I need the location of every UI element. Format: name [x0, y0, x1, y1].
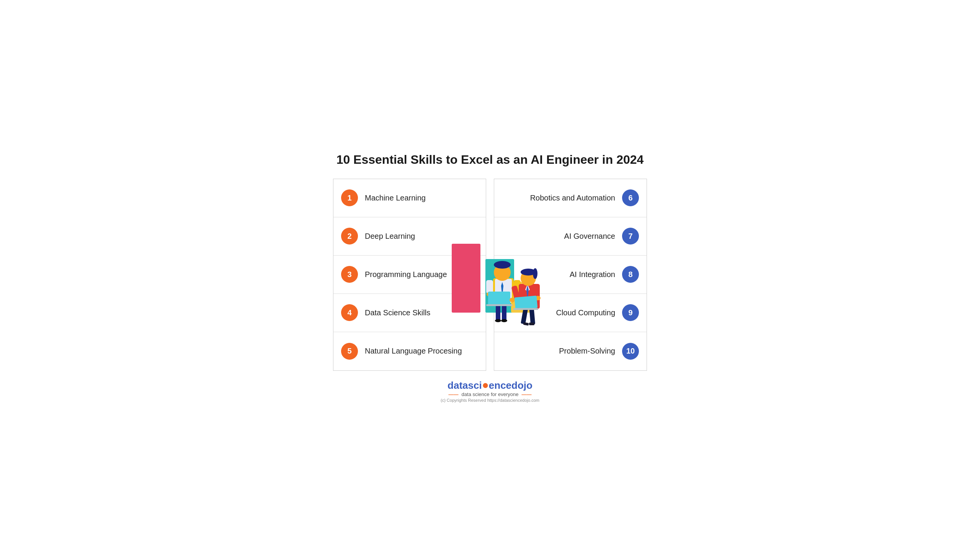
- skill-label-1: Machine Learning: [365, 194, 426, 202]
- svg-point-12: [487, 292, 493, 297]
- skill-row-left-5: 5 Natural Language Procesing: [333, 332, 486, 370]
- badge-3: 3: [341, 266, 358, 283]
- badge-6: 6: [622, 189, 639, 206]
- skill-row-right-9: Cloud Computing 9: [494, 294, 647, 332]
- skill-label-2: Deep Learning: [365, 232, 415, 241]
- skill-label-6: Robotics and Automation: [530, 194, 615, 202]
- skill-label-4: Data Science Skills: [365, 308, 430, 317]
- skill-row-right-8: AI Integration 8: [494, 256, 647, 294]
- footer-tagline: —— data science for everyone ——: [333, 391, 647, 397]
- badge-8: 8: [622, 266, 639, 283]
- badge-7: 7: [622, 228, 639, 245]
- skill-row-left-3: 3 Programming Language: [333, 256, 486, 294]
- skill-row-right-10: Problem-Solving 10: [494, 332, 647, 370]
- right-panel: Robotics and Automation 6 AI Governance …: [494, 179, 647, 371]
- svg-rect-10: [486, 280, 493, 293]
- skill-row-left-4: 4 Data Science Skills: [333, 294, 486, 332]
- skill-row-left-2: 2 Deep Learning: [333, 217, 486, 256]
- skill-label-9: Cloud Computing: [556, 308, 615, 317]
- main-container: 10 Essential Skills to Excel as an AI En…: [318, 141, 662, 410]
- content-area: 1 Machine Learning 2 Deep Learning 3 Pro…: [333, 179, 647, 371]
- badge-4: 4: [341, 304, 358, 321]
- skill-label-7: AI Governance: [564, 232, 615, 241]
- footer-copyright: (c) Copyrights Reserved https://datascie…: [333, 398, 647, 403]
- badge-10: 10: [622, 343, 639, 360]
- skill-label-3: Programming Language: [365, 270, 447, 279]
- badge-9: 9: [622, 304, 639, 321]
- badge-5: 5: [341, 343, 358, 360]
- left-panel: 1 Machine Learning 2 Deep Learning 3 Pro…: [333, 179, 486, 371]
- skill-label-10: Problem-Solving: [559, 347, 615, 355]
- skill-label-5: Natural Language Procesing: [365, 347, 462, 355]
- skill-row-left-1: 1 Machine Learning: [333, 179, 486, 217]
- skill-row-right-6: Robotics and Automation 6: [494, 179, 647, 217]
- badge-2: 2: [341, 228, 358, 245]
- skill-row-right-7: AI Governance 7: [494, 217, 647, 256]
- badge-1: 1: [341, 189, 358, 206]
- skill-label-8: AI Integration: [570, 270, 615, 279]
- footer: datasci●encedojo —— data science for eve…: [333, 378, 647, 403]
- brand-logo: datasci●encedojo: [333, 378, 647, 391]
- page-title: 10 Essential Skills to Excel as an AI En…: [333, 152, 647, 167]
